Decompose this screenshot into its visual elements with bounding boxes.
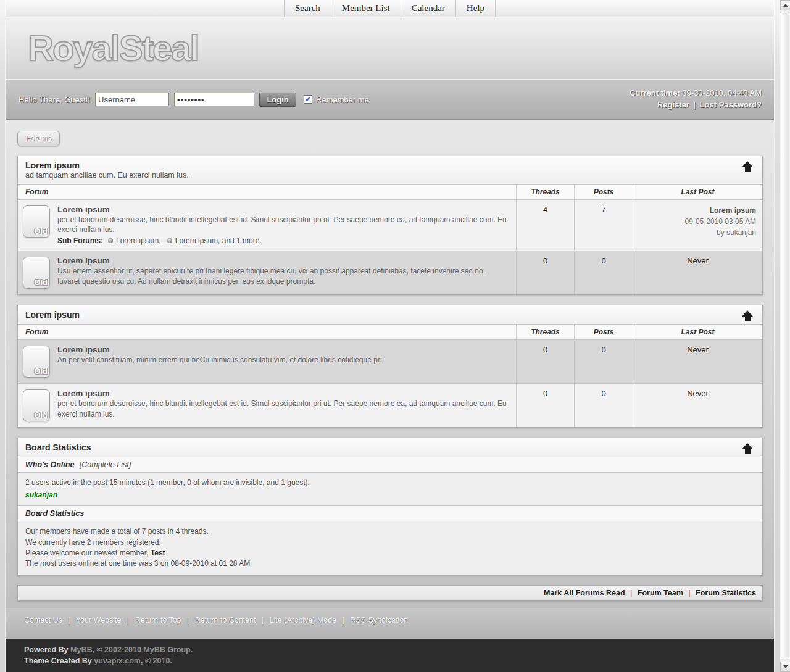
- forum-status-old-icon: Old: [23, 346, 50, 378]
- lost-password-link[interactable]: Lost Password?: [700, 100, 762, 109]
- nav-item-member-list[interactable]: Member List: [331, 0, 401, 17]
- whos-online-header: Who's Online [Complete List]: [18, 457, 762, 473]
- posts-count: 7: [574, 200, 633, 251]
- your-website-link[interactable]: Your Website: [76, 616, 122, 624]
- old-badge: Old: [34, 410, 48, 420]
- column-header-last-post: Last Post: [633, 185, 762, 199]
- separator: |: [68, 616, 70, 624]
- category-description: ad tamquam ancillae cum. Eu exerci nulla…: [25, 171, 738, 180]
- last-post-cell: Never: [633, 384, 762, 427]
- theme-copyright: , © 2010.: [141, 657, 172, 665]
- posts-count: 0: [574, 251, 633, 294]
- column-header-posts: Posts: [574, 185, 633, 199]
- contact-us-link[interactable]: Contact Us: [24, 616, 62, 624]
- board-statistics-header: Board Statistics: [18, 438, 762, 457]
- collapse-category-icon[interactable]: [741, 161, 754, 172]
- return-to-top-link[interactable]: Return to Top: [135, 616, 181, 624]
- complete-list-link[interactable]: [Complete List]: [80, 460, 131, 469]
- username-input[interactable]: [95, 93, 169, 106]
- board-statistics-sublabel: Board Statistics: [25, 509, 84, 518]
- collapse-stats-icon[interactable]: [741, 443, 754, 454]
- separator: |: [187, 616, 189, 624]
- nav-item-help[interactable]: Help: [456, 0, 495, 17]
- forum-status-old-icon: Old: [23, 205, 50, 238]
- password-input[interactable]: [174, 93, 254, 106]
- subforums-label: Sub Forums:: [57, 236, 103, 245]
- mybb-link[interactable]: MyBB: [70, 645, 92, 654]
- scroll-up-button[interactable]: [780, 0, 790, 10]
- scrollbar-thumb[interactable]: [781, 12, 789, 657]
- forum-title-link[interactable]: Lorem ipsum: [57, 256, 510, 265]
- return-to-content-link[interactable]: Return to Content: [195, 616, 256, 624]
- login-button[interactable]: Login: [259, 93, 296, 107]
- copyright-years: , © 2002-2010: [92, 645, 143, 654]
- forum-description: Usu errem assentior ut, saperet epicuri …: [57, 266, 510, 286]
- register-link[interactable]: Register: [657, 100, 689, 109]
- online-user-link[interactable]: sukanjan: [25, 490, 57, 500]
- top-nav-menu: Search Member List Calendar Help: [284, 0, 496, 17]
- theme-created-by-label: Theme Created By: [24, 657, 94, 665]
- forum-title-link[interactable]: Lorem ipsum: [57, 205, 510, 214]
- column-header-threads: Threads: [516, 325, 574, 339]
- forum-description: An per velit constituam, minim errem qui…: [57, 355, 510, 365]
- site-logo[interactable]: RoyalSteal: [28, 27, 199, 68]
- posts-count: 0: [574, 340, 633, 383]
- last-post-link[interactable]: Lorem ipsum: [638, 205, 756, 216]
- remember-me-checkbox[interactable]: ✔: [304, 95, 312, 104]
- category-header: Lorem ipsum ad tamquam ancillae cum. Eu …: [18, 156, 762, 185]
- forum-cell: Old Lorem ipsum per et bonorum deseruiss…: [18, 200, 516, 251]
- current-time-line: Current time: 09-30-2010, 04:40 AM: [630, 88, 762, 99]
- whos-online-body: 2 users active in the past 15 minutes (1…: [18, 473, 762, 506]
- subforum-link[interactable]: Lorem ipsum,: [116, 236, 161, 245]
- remember-me-label: Remember me: [316, 95, 369, 104]
- yuvapix-link[interactable]: yuvapix.com: [94, 657, 141, 665]
- lite-archive-mode-link[interactable]: Lite (Archive) Mode: [270, 616, 336, 624]
- old-badge: Old: [34, 226, 48, 236]
- category-title[interactable]: Lorem ipsum: [25, 310, 738, 320]
- collapse-category-icon[interactable]: [741, 310, 754, 321]
- page-wrapper: Search Member List Calendar Help RoyalSt…: [6, 0, 774, 672]
- separator: |: [694, 100, 696, 109]
- forum-actions-bar: Mark All Forums Read | Forum Team | Foru…: [17, 585, 763, 601]
- threads-count: 0: [516, 251, 574, 294]
- nav-item-calendar[interactable]: Calendar: [401, 0, 456, 17]
- whos-online-label: Who's Online: [25, 460, 74, 469]
- separator: |: [688, 589, 690, 597]
- threads-count: 4: [516, 200, 574, 251]
- forum-cell: Old Lorem ipsum Usu errem assentior ut, …: [18, 251, 516, 294]
- forum-cell: Old Lorem ipsum per et bonorum deseruiss…: [18, 384, 516, 427]
- table-header-row: Forum Threads Posts Last Post: [18, 325, 762, 340]
- forum-page: Search Member List Calendar Help RoyalSt…: [0, 0, 790, 672]
- forum-title-link[interactable]: Lorem ipsum: [57, 345, 510, 354]
- subforums-line: Sub Forums: Lorem ipsum, Lorem ipsum, an…: [57, 236, 510, 245]
- forum-team-link[interactable]: Forum Team: [638, 589, 683, 597]
- stats-line: We currently have 2 members registered.: [25, 537, 755, 548]
- old-badge: Old: [34, 367, 48, 376]
- newest-member-link[interactable]: Test: [151, 549, 165, 557]
- forum-statistics-link[interactable]: Forum Statistics: [696, 589, 756, 597]
- threads-count: 0: [516, 340, 574, 383]
- board-statistics-body: Our members have made a total of 7 posts…: [18, 521, 762, 575]
- powered-by-label: Powered By: [24, 645, 70, 654]
- period: .: [191, 645, 193, 654]
- powered-by-line: Powered By MyBB, © 2002-2010 MyBB Group.: [24, 644, 774, 655]
- column-header-forum: Forum: [18, 325, 516, 339]
- mybb-group-link[interactable]: MyBB Group: [143, 645, 190, 654]
- scroll-down-button[interactable]: [780, 662, 790, 672]
- separator: |: [343, 616, 344, 624]
- separator: |: [127, 616, 129, 624]
- category-title[interactable]: Lorem ipsum: [25, 160, 738, 170]
- rss-syndication-link[interactable]: RSS Syndication: [350, 616, 408, 624]
- posts-count: 0: [574, 384, 633, 427]
- forum-title-link[interactable]: Lorem ipsum: [57, 389, 510, 398]
- theme-credit-line: Theme Created By yuvapix.com, © 2010.: [24, 655, 774, 666]
- login-form: Hello There, Guest!! Login ✔ Remember me: [19, 93, 369, 107]
- forum-meta: Lorem ipsum per et bonorum deseruisse, h…: [57, 205, 510, 245]
- nav-item-search[interactable]: Search: [285, 0, 331, 17]
- vertical-scrollbar[interactable]: [780, 0, 790, 672]
- breadcrumb-forums-button[interactable]: Forums: [17, 131, 60, 146]
- stats-line: The most users online at one time was 3 …: [25, 558, 755, 569]
- forum-meta: Lorem ipsum Usu errem assentior ut, sape…: [57, 256, 510, 286]
- subforum-link[interactable]: Lorem ipsum, and 1 more.: [175, 236, 262, 245]
- mark-all-forums-read-link[interactable]: Mark All Forums Read: [544, 589, 625, 597]
